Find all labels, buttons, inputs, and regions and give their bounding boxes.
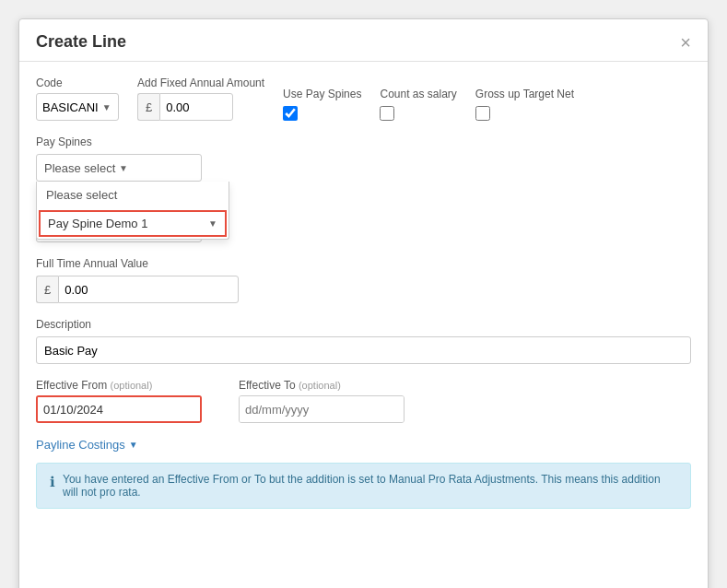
effective-to-optional: (optional) — [299, 380, 341, 391]
pay-spines-dropdown-container: Please select ▼ Please select Pay Spine … — [36, 154, 202, 182]
info-message: You have entered an Effective From or To… — [63, 473, 677, 499]
pay-spine-demo-label: Pay Spine Demo 1 — [48, 217, 147, 230]
code-value: BASICANI — [42, 100, 99, 114]
info-banner: ℹ You have entered an Effective From or … — [36, 463, 691, 509]
count-as-salary-wrapper — [380, 106, 394, 121]
pay-spines-label: Pay Spines — [36, 135, 691, 148]
gross-up-label: Gross up Target Net — [475, 88, 574, 100]
dialog-title: Create Line — [36, 32, 126, 52]
effective-from-input-wrap: 📅 — [36, 395, 202, 423]
gross-up-wrapper — [475, 106, 490, 121]
fixed-amount-field: Add Fixed Annual Amount £ — [137, 76, 264, 121]
close-button[interactable]: × — [680, 33, 691, 52]
info-icon: ℹ — [50, 474, 55, 490]
code-caret-icon: ▼ — [102, 102, 112, 112]
gross-up-checkbox[interactable] — [475, 106, 490, 121]
create-line-dialog: Create Line × Code BASICANI ▼ Add Fixed … — [18, 18, 709, 588]
pay-spines-option-demo1[interactable]: Pay Spine Demo 1 ▼ — [39, 210, 227, 237]
pay-spines-section: Pay Spines Please select ▼ Please select… — [36, 135, 691, 182]
count-as-salary-label: Count as salary — [380, 88, 456, 100]
use-pay-spines-wrapper — [283, 106, 298, 121]
fixed-amount-group: £ — [137, 93, 264, 121]
full-time-input-wrap: £ — [36, 276, 239, 303]
dialog-header: Create Line × — [19, 19, 708, 62]
payline-costings-button[interactable]: Payline Costings ▼ — [36, 438, 138, 452]
pay-spines-dropdown-list: Please select Pay Spine Demo 1 ▼ — [36, 182, 229, 240]
top-row: Code BASICANI ▼ Add Fixed Annual Amount … — [36, 76, 691, 121]
use-pay-spines-label: Use Pay Spines — [283, 88, 361, 100]
effective-to-input-wrap: 📅 — [239, 395, 405, 423]
description-section: Description — [36, 318, 691, 364]
effective-to-input[interactable] — [240, 396, 405, 422]
use-pay-spines-group: Use Pay Spines — [283, 88, 361, 121]
count-as-salary-checkbox[interactable] — [380, 106, 394, 121]
use-pay-spines-checkbox[interactable] — [283, 106, 298, 121]
code-field: Code BASICANI ▼ — [36, 76, 119, 121]
code-label: Code — [36, 76, 119, 89]
effective-from-label: Effective From (optional) — [36, 379, 202, 392]
effective-to-label: Effective To (optional) — [239, 379, 405, 392]
effective-from-field: Effective From (optional) 📅 — [36, 379, 202, 423]
fixed-amount-label: Add Fixed Annual Amount — [137, 76, 264, 89]
description-input[interactable] — [36, 336, 691, 364]
dialog-body: Code BASICANI ▼ Add Fixed Annual Amount … — [19, 62, 708, 523]
effective-to-field: Effective To (optional) 📅 — [239, 379, 405, 423]
effective-from-optional: (optional) — [110, 380, 152, 391]
code-dropdown[interactable]: BASICANI ▼ — [36, 93, 119, 121]
pay-spine-demo-caret: ▼ — [208, 218, 217, 229]
payline-costings-caret-icon: ▼ — [129, 440, 138, 450]
dates-row: Effective From (optional) 📅 Effective To… — [36, 379, 691, 423]
currency-prefix: £ — [137, 93, 159, 121]
full-time-label: Full Time Annual Value — [36, 257, 691, 270]
fixed-amount-input[interactable] — [159, 93, 233, 121]
payline-costings-label: Payline Costings — [36, 438, 125, 452]
count-as-salary-group: Count as salary — [380, 88, 456, 121]
full-time-input[interactable] — [58, 276, 239, 303]
description-label: Description — [36, 318, 691, 331]
full-time-currency: £ — [36, 276, 58, 303]
pay-spines-dropdown[interactable]: Please select ▼ — [36, 154, 202, 182]
gross-up-group: Gross up Target Net — [475, 88, 574, 121]
effective-from-input[interactable] — [38, 397, 202, 421]
pay-spines-selected: Please select — [44, 161, 119, 175]
pay-spines-option-please-select[interactable]: Please select — [37, 182, 229, 208]
pay-spines-caret-icon: ▼ — [119, 163, 193, 173]
full-time-section: Full Time Annual Value £ — [36, 257, 691, 303]
payline-costings-section: Payline Costings ▼ — [36, 438, 691, 452]
